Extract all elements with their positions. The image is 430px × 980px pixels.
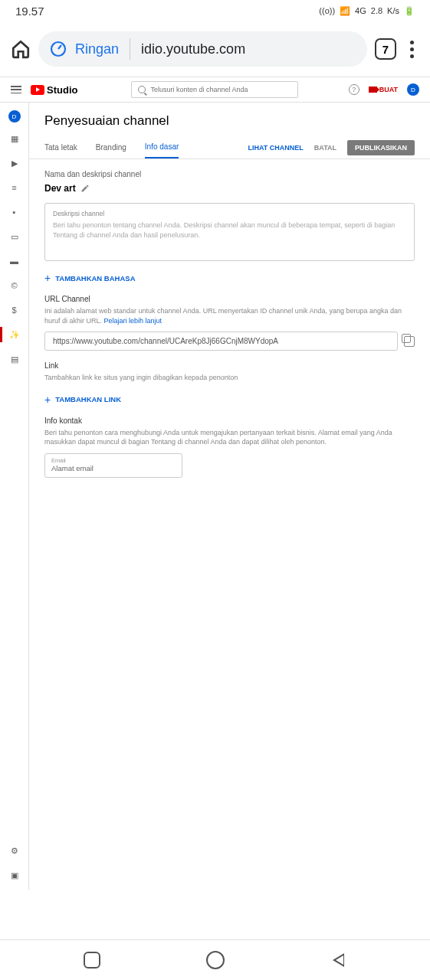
url-section: URL Channel Ini adalah alamat web standa… [29,284,430,351]
url-input-row: https://www.youtube.com/channel/UCAreKp8… [44,332,415,351]
net-speed-unit: K/s [387,6,399,15]
header-right: ? BUAT D [349,83,419,96]
contact-desc: Beri tahu penonton cara menghubungi Anda… [44,428,415,447]
url-desc-text: Ini adalah alamat web standar untuk chan… [44,307,402,325]
tabs-row: Tata letak Branding Info dasar LIHAT CHA… [29,136,430,159]
hotspot-icon: ((o)) [319,6,335,15]
url-bar[interactable]: Ringan idio.youtube.com [38,31,367,67]
content-icon[interactable]: ▶ [8,158,21,168]
status-right: ((o)) 📶 4G 2.8 K/s 🔋 [319,6,415,16]
url-desc: Ini adalah alamat web standar untuk chan… [44,306,415,325]
search-input[interactable] [150,86,291,93]
audio-library-icon[interactable]: ▤ [8,354,21,364]
add-link-button[interactable]: + TAMBAHKAN LINK [44,394,415,406]
view-channel-link[interactable]: LIHAT CHANNEL [248,144,303,152]
sidebar: D ▦ ▶ ≡ ▪ ▭ ▬ © $ ✨ ▤ ⚙ ▣ [0,103,29,890]
desc-placeholder: Beri tahu penonton tentang channel Anda.… [53,220,406,240]
tab-layout[interactable]: Tata letak [44,137,77,158]
logo-text: Studio [47,84,77,96]
battery-icon: 🔋 [404,6,415,16]
sidebar-bottom: ⚙ ▣ [0,845,28,880]
nav-bar [0,940,430,980]
contact-section: Info kontak Beri tahu penonton cara meng… [29,406,430,478]
search-icon [138,86,146,93]
camera-icon [369,87,377,93]
add-link-label: TAMBAHKAN LINK [55,395,121,403]
dashboard-icon[interactable]: ▦ [8,133,21,144]
channel-name-row: Dev art [44,183,415,194]
description-box[interactable]: Deskripsi channel Beri tahu penonton ten… [44,203,415,261]
name-section: Nama dan deskripsi channel Dev art Deskr… [29,159,430,284]
url-title: URL Channel [44,295,415,303]
tab-actions: LIHAT CHANNEL BATAL PUBLIKASIKAN [248,140,415,155]
comments-icon[interactable]: ▭ [8,231,21,242]
playlists-icon[interactable]: ≡ [8,182,21,193]
tab-branding[interactable]: Branding [96,137,126,158]
email-input-box[interactable]: Email Alamat email [44,453,182,478]
name-label: Nama dan deskripsi channel [44,170,415,178]
cancel-button[interactable]: BATAL [314,144,336,152]
email-placeholder: Alamat email [51,464,176,472]
yt-header: Studio ? BUAT D [0,77,430,102]
net-type: 4G [355,6,366,15]
main-area: D ▦ ▶ ≡ ▪ ▭ ▬ © $ ✨ ▤ ⚙ ▣ Penyesuaian ch… [0,103,430,890]
create-button[interactable]: BUAT [369,86,398,93]
status-bar: 19.57 ((o)) 📶 4G 2.8 K/s 🔋 [0,0,430,21]
nav-back-icon[interactable] [331,951,346,969]
link-section: Link Tambahkan link ke situs yang ingin … [29,351,430,406]
tab-basic-info[interactable]: Info dasar [145,136,179,158]
learn-more-link[interactable]: Pelajari lebih lanjut [104,317,162,325]
youtube-play-icon [31,85,44,95]
channel-name: Dev art [44,183,76,194]
url-text: idio.youtube.com [141,41,245,57]
subtitles-icon[interactable]: ▬ [8,256,21,266]
divider [130,38,130,60]
add-language-label: TAMBAHKAN BAHASA [55,274,135,283]
contact-title: Info kontak [44,416,415,425]
pencil-icon[interactable] [80,184,90,193]
link-title: Link [44,361,415,370]
url-input[interactable]: https://www.youtube.com/channel/UCAreKp8… [44,332,398,351]
monetization-icon[interactable]: $ [8,305,21,315]
create-label: BUAT [379,86,398,93]
search-box[interactable] [131,81,298,98]
plus-icon: + [44,394,51,406]
speed-label: Ringan [75,41,119,57]
publish-button[interactable]: PUBLIKASIKAN [347,140,415,155]
analytics-icon[interactable]: ▪ [8,207,21,217]
copy-icon[interactable] [404,336,415,347]
copyright-icon[interactable]: © [8,280,21,291]
nav-home-icon[interactable] [206,951,225,969]
sidebar-avatar[interactable]: D [8,110,21,122]
link-desc: Tambahkan link ke situs yang ingin dibag… [44,373,415,383]
email-label: Email [51,457,176,464]
desc-label: Deskripsi channel [53,210,406,217]
plus-icon: + [44,272,51,284]
hamburger-icon[interactable] [11,86,21,93]
content: Penyesuaian channel Tata letak Branding … [29,103,430,890]
browser-bar: Ringan idio.youtube.com 7 [0,21,430,77]
menu-icon[interactable] [404,41,419,58]
net-speed: 2.8 [371,6,382,15]
signal-icon: 📶 [340,6,350,16]
page-title: Penyesuaian channel [29,113,430,136]
nav-recent-icon[interactable] [84,952,100,969]
speedometer-icon [49,40,67,58]
feedback-icon[interactable]: ▣ [8,870,21,880]
help-icon[interactable]: ? [349,84,359,95]
settings-icon[interactable]: ⚙ [8,845,21,856]
home-icon[interactable] [11,39,31,59]
customization-icon[interactable]: ✨ [8,329,21,340]
avatar[interactable]: D [407,83,419,96]
tab-count: 7 [382,43,389,56]
studio-logo[interactable]: Studio [31,84,77,96]
add-language-button[interactable]: + TAMBAHKAN BAHASA [44,272,415,284]
status-time: 19.57 [15,5,44,18]
tabs-button[interactable]: 7 [375,38,396,60]
